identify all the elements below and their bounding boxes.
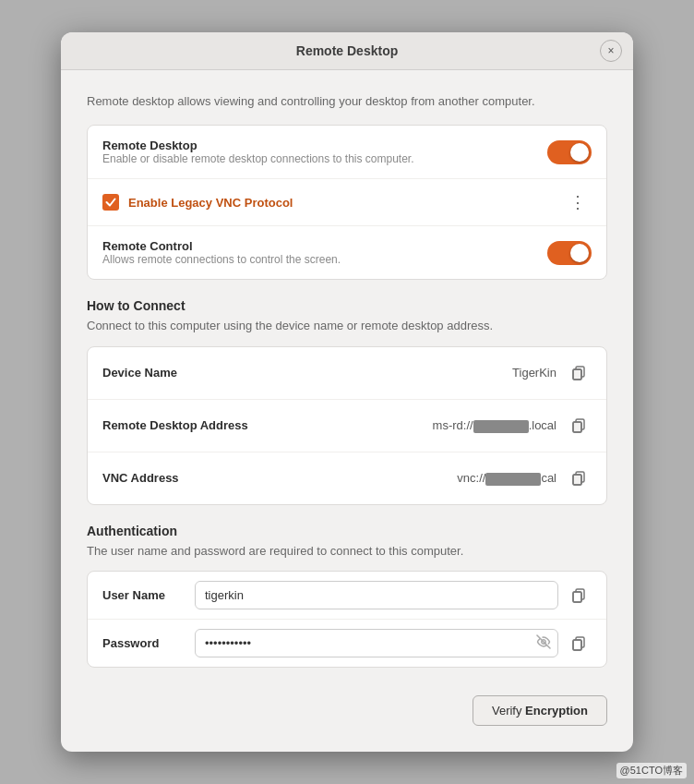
username-input[interactable]	[195, 581, 558, 609]
device-name-value: TigerKin	[512, 366, 556, 380]
svg-rect-14	[573, 640, 581, 650]
toggle-knob	[570, 143, 589, 162]
remote-address-row: Remote Desktop Address ms-rd://.local	[88, 400, 606, 452]
verify-btn-row: Verify Encryption	[87, 686, 607, 730]
watermark: @51CTO博客	[616, 763, 687, 778]
dialog-title: Remote Desktop	[296, 43, 398, 58]
title-bar: Remote Desktop ×	[61, 32, 633, 70]
vnc-protocol-row: Enable Legacy VNC Protocol ⋮	[88, 179, 606, 226]
svg-rect-4	[573, 422, 581, 432]
dialog-content: Remote desktop allows viewing and contro…	[61, 70, 633, 753]
connection-info-card: Device Name TigerKin Remote Desktop Addr…	[87, 346, 607, 505]
password-input[interactable]	[195, 629, 558, 657]
username-row: User Name	[88, 572, 606, 620]
intro-description: Remote desktop allows viewing and contro…	[87, 92, 607, 111]
verify-encryption-button[interactable]: Verify Encryption	[473, 695, 607, 726]
how-to-connect-desc: Connect to this computer using the devic…	[87, 317, 607, 335]
remote-control-toggle[interactable]	[547, 241, 592, 265]
remote-address-label: Remote Desktop Address	[102, 418, 433, 432]
username-input-wrap	[195, 581, 558, 609]
svg-rect-10	[573, 592, 581, 602]
how-to-connect-heading: How to Connect	[87, 298, 607, 313]
remote-desktop-sublabel: Enable or disable remote desktop connect…	[102, 152, 547, 165]
authentication-card: User Name Password	[87, 571, 607, 668]
eye-off-icon	[536, 634, 551, 649]
copy-remote-address-button[interactable]	[566, 413, 592, 439]
remote-address-value: ms-rd://.local	[433, 418, 556, 433]
remote-desktop-dialog: Remote Desktop × Remote desktop allows v…	[61, 32, 633, 753]
svg-rect-7	[573, 475, 581, 485]
vnc-address-label: VNC Address	[102, 471, 457, 485]
settings-card: Remote Desktop Enable or disable remote …	[87, 125, 607, 280]
copy-icon-svg-3	[571, 471, 586, 486]
check-icon	[105, 197, 116, 208]
vnc-address-value: vnc://cal	[457, 471, 556, 486]
verify-btn-bold: Encryption	[525, 704, 588, 718]
copy-icon-svg-2	[571, 418, 586, 433]
password-input-wrap	[195, 629, 558, 657]
remote-control-row: Remote Control Allows remote connections…	[88, 226, 606, 279]
authentication-heading: Authentication	[87, 524, 607, 538]
toggle-knob-2	[570, 244, 589, 262]
copy-password-button[interactable]	[566, 631, 592, 657]
vnc-label: Enable Legacy VNC Protocol	[128, 196, 564, 210]
vnc-menu-button[interactable]: ⋮	[564, 190, 592, 214]
copy-icon-svg-4	[571, 588, 586, 603]
username-label: User Name	[102, 588, 195, 602]
remote-control-sublabel: Allows remote connections to control the…	[102, 253, 547, 266]
password-label: Password	[102, 636, 195, 650]
copy-icon-svg	[571, 366, 586, 380]
password-visibility-toggle[interactable]	[536, 634, 551, 652]
verify-btn-plain: Verify	[492, 704, 525, 718]
vnc-checkbox[interactable]	[102, 194, 119, 211]
device-name-label: Device Name	[102, 366, 512, 380]
authentication-desc: The user name and password are required …	[87, 542, 607, 561]
close-button[interactable]: ×	[600, 40, 622, 62]
copy-icon-svg-5	[571, 636, 586, 651]
remote-desktop-row: Remote Desktop Enable or disable remote …	[88, 126, 606, 179]
copy-username-button[interactable]	[566, 583, 592, 609]
copy-device-name-button[interactable]	[566, 360, 592, 386]
remote-desktop-toggle[interactable]	[547, 140, 592, 164]
remote-desktop-label: Remote Desktop	[102, 139, 547, 152]
copy-vnc-address-button[interactable]	[566, 465, 592, 491]
device-name-row: Device Name TigerKin	[88, 347, 606, 400]
vnc-address-row: VNC Address vnc://cal	[88, 452, 606, 504]
svg-rect-1	[573, 369, 581, 380]
remote-control-label: Remote Control	[102, 239, 547, 253]
password-row: Password	[88, 620, 606, 667]
